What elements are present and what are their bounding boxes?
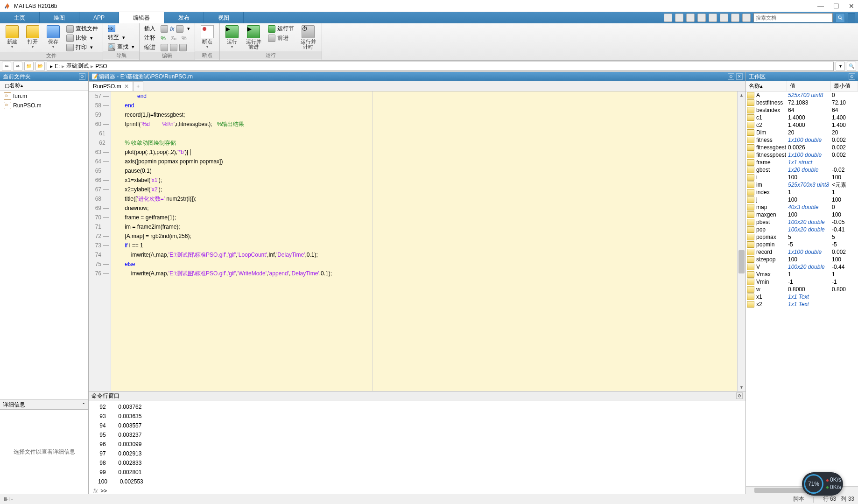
path-bar: ⇦ ⇨ 📁 📂 ▸E:▸基础测试▸PSO ▾ 🔍 xyxy=(0,61,858,72)
cut-icon[interactable] xyxy=(686,14,695,22)
workspace-var[interactable]: c21.40001.400 xyxy=(746,121,858,129)
workspace-var[interactable]: Dim2020 xyxy=(746,129,858,136)
workspace-var[interactable]: bestindex6464 xyxy=(746,106,858,114)
help-icon[interactable] xyxy=(742,14,751,22)
workspace-var[interactable]: bestfitness72.108372.10 xyxy=(746,99,858,106)
redo-icon[interactable] xyxy=(731,14,739,22)
workspace-var[interactable]: map40x3 double0 xyxy=(746,203,858,211)
copy-icon[interactable] xyxy=(697,14,706,22)
toolstrip-tab-2[interactable]: APP xyxy=(79,12,119,23)
workspace-var[interactable]: pop100x20 double-0.41 xyxy=(746,226,858,233)
workspace-var[interactable]: w0.80000.800 xyxy=(746,286,858,293)
performance-widget[interactable]: 71% 0K/s 0K/s xyxy=(802,472,843,496)
workspace-var[interactable]: Vmin-1-1 xyxy=(746,278,858,286)
run-section-button[interactable]: 运行节 xyxy=(266,24,296,33)
workspace-vars: A525x700 uint80bestfitness72.108372.10be… xyxy=(746,91,858,486)
editor-tab-add[interactable]: + xyxy=(133,81,143,91)
undo-icon[interactable] xyxy=(720,14,728,22)
find-button[interactable]: 🔍查找 ▾ xyxy=(106,42,136,51)
workspace-var[interactable]: pbest100x20 double-0.05 xyxy=(746,218,858,226)
file-item[interactable]: fun.m xyxy=(1,91,87,101)
workspace-var[interactable]: c11.40001.400 xyxy=(746,114,858,121)
workspace-var[interactable]: x11x1 Text xyxy=(746,293,858,301)
find-files-button[interactable]: 查找文件 xyxy=(64,24,100,33)
goto-menu[interactable]: 转至 ▾ xyxy=(106,33,136,42)
workspace-var[interactable]: x21x1 Text xyxy=(746,301,858,308)
col-name[interactable]: 名称 ▴ xyxy=(746,81,787,91)
m-file-icon xyxy=(4,92,11,100)
workspace-var[interactable]: im525x700x3 uint8<元素 xyxy=(746,181,858,189)
details-header[interactable]: 详细信息⌃ xyxy=(0,399,88,410)
cmd-menu-button[interactable]: ⊙ xyxy=(736,392,743,399)
workspace-var[interactable]: popmax55 xyxy=(746,233,858,241)
workspace-columns: 名称 ▴ 值 最小值 xyxy=(746,81,858,91)
editor-dock-button[interactable]: ⊙ xyxy=(728,73,734,80)
workspace-var[interactable]: maxgen100100 xyxy=(746,211,858,218)
workspace-var[interactable]: sizepop100100 xyxy=(746,256,858,263)
panel-menu-button[interactable]: ⊙ xyxy=(79,73,85,80)
workspace-var[interactable]: fitness1x100 double0.002 xyxy=(746,136,858,144)
toolstrip-tab-5[interactable]: 视图 xyxy=(204,12,244,23)
doc-search-button[interactable] xyxy=(836,13,845,22)
col-value[interactable]: 值 xyxy=(787,81,831,91)
workspace-var[interactable]: frame1x1 struct xyxy=(746,159,858,166)
run-time-button[interactable]: ⏱运行并 计时 xyxy=(298,24,319,50)
maximize-button[interactable]: ☐ xyxy=(833,2,839,10)
workspace-var[interactable]: record1x100 double0.002 xyxy=(746,248,858,256)
path-dropdown-button[interactable]: ▾ xyxy=(836,62,845,71)
run-button[interactable]: ▶运行▾ xyxy=(223,24,241,50)
toolstrip-tab-1[interactable]: 绘图 xyxy=(40,12,79,23)
layout-icon[interactable] xyxy=(664,14,672,22)
nav-history-button[interactable]: 📂 xyxy=(35,62,45,71)
workspace-var[interactable]: A525x700 uint80 xyxy=(746,91,858,99)
editor-tab-runpso[interactable]: RunPSO.m✕ xyxy=(89,81,133,91)
run-advance-button[interactable]: ▶运行并 前进 xyxy=(243,24,264,50)
advance-button[interactable]: 前进 xyxy=(266,34,296,42)
toolstrip-tab-0[interactable]: 主页 xyxy=(0,12,40,23)
editor-body[interactable]: 57—58—59—60—61 62 63—64—65—66—67—68—69—7… xyxy=(89,91,745,391)
expand-toolstrip-button[interactable] xyxy=(848,13,855,22)
workspace-var[interactable]: popmin-5-5 xyxy=(746,241,858,248)
toolstrip-group-file: 新建▾ 打开▾ 保存▾ 查找文件 比较 ▾ 打印 ▾ 文件 xyxy=(0,23,103,60)
workspace-var[interactable]: j100100 xyxy=(746,196,858,203)
save-layout-icon[interactable] xyxy=(675,14,683,22)
toolstrip-tab-4[interactable]: 发布 xyxy=(164,12,204,23)
save-button[interactable]: 保存▾ xyxy=(44,24,63,50)
file-name-column[interactable]: ▢ 名称 ▴ xyxy=(0,81,88,91)
path-box[interactable]: ▸E:▸基础测试▸PSO xyxy=(47,62,834,71)
paste-icon[interactable] xyxy=(709,14,717,22)
new-button[interactable]: 新建▾ xyxy=(3,24,21,50)
cpu-ring: 71% xyxy=(804,474,823,494)
editor-scrollbar[interactable]: ▲▼ xyxy=(737,91,745,391)
workspace-var[interactable]: fitnessgbest0.00260.002 xyxy=(746,144,858,151)
variable-icon xyxy=(747,219,754,225)
col-min[interactable]: 最小值 xyxy=(831,81,858,91)
nav-back-button[interactable]: ⇦ xyxy=(2,62,11,71)
doc-search-input[interactable] xyxy=(753,13,833,22)
goto-button[interactable]: ⇨ xyxy=(106,24,136,33)
path-search-button[interactable]: 🔍 xyxy=(847,62,856,71)
close-button[interactable]: ✕ xyxy=(849,2,854,10)
compare-button[interactable]: 比较 ▾ xyxy=(64,34,100,42)
command-window-body[interactable]: 92 0.003762 93 0.003635 94 0.003557 95 0… xyxy=(89,400,745,494)
editor-code[interactable]: end end record(1,i)=fitnessgbest; fprint… xyxy=(111,91,745,391)
workspace-var[interactable]: gbest1x20 double-0.02 xyxy=(746,166,858,174)
minimize-button[interactable]: — xyxy=(817,2,824,10)
workspace-var[interactable]: V100x20 double-0.44 xyxy=(746,263,858,271)
breakpoints-button[interactable]: 断点▾ xyxy=(198,24,217,50)
workspace-var[interactable]: fitnesspbest1x100 double0.002 xyxy=(746,151,858,159)
workspace-var[interactable]: Vmax11 xyxy=(746,271,858,278)
variable-icon xyxy=(747,211,754,218)
print-button[interactable]: 打印 ▾ xyxy=(64,43,100,52)
command-window-header: 命令行窗口 ⊙ xyxy=(89,391,745,400)
nav-fwd-button[interactable]: ⇨ xyxy=(13,62,22,71)
tab-close-icon[interactable]: ✕ xyxy=(124,83,129,90)
toolstrip-tab-3[interactable]: 编辑器 xyxy=(119,12,164,23)
workspace-var[interactable]: index11 xyxy=(746,189,858,196)
editor-close-button[interactable]: ✕ xyxy=(736,73,743,80)
workspace-menu-button[interactable]: ⊙ xyxy=(849,73,855,80)
open-button[interactable]: 打开▾ xyxy=(23,24,42,50)
file-item[interactable]: RunPSO.m xyxy=(1,101,87,110)
workspace-var[interactable]: i100100 xyxy=(746,174,858,181)
nav-up-button[interactable]: 📁 xyxy=(24,62,34,71)
